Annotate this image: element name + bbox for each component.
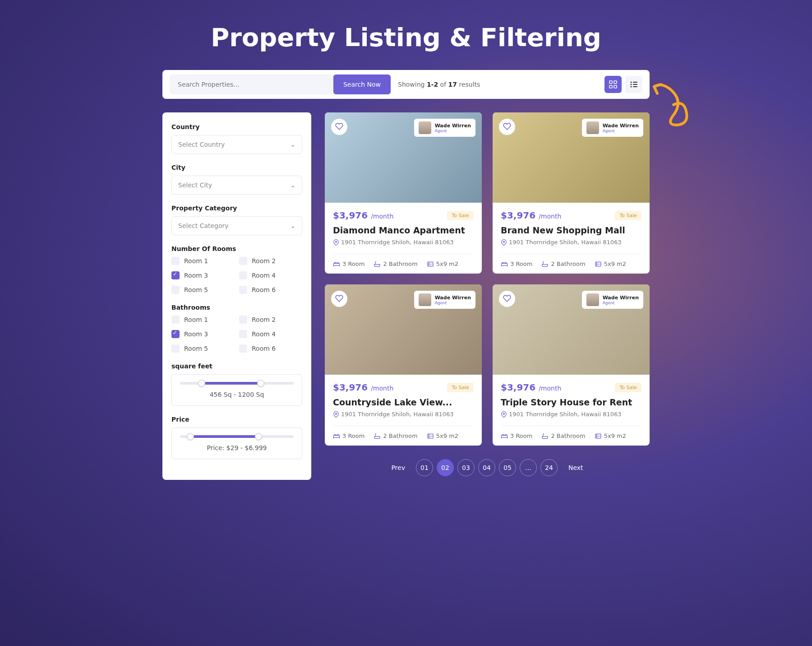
checkbox-label: Room 6 bbox=[252, 286, 276, 293]
agent-badge[interactable]: Wade WirrenAgent bbox=[582, 291, 643, 309]
svg-rect-20 bbox=[501, 435, 507, 437]
favorite-button[interactable] bbox=[331, 291, 347, 307]
page-04[interactable]: 04 bbox=[478, 459, 495, 476]
checkbox-room-1[interactable]: Room 1 bbox=[171, 257, 235, 265]
checkbox-room-2[interactable]: Room 2 bbox=[239, 316, 302, 324]
price-slider[interactable] bbox=[180, 435, 294, 438]
property-features: 3 Room2 Bathroom5x9 m2 bbox=[333, 254, 474, 267]
page-03[interactable]: 03 bbox=[457, 459, 475, 476]
category-select[interactable]: Select Category⌄ bbox=[171, 216, 302, 235]
agent-badge[interactable]: Wade WirrenAgent bbox=[414, 119, 475, 137]
city-select[interactable]: Select City⌄ bbox=[171, 176, 302, 195]
checkbox-room-4[interactable]: Room 4 bbox=[239, 330, 302, 338]
country-select[interactable]: Select Country⌄ bbox=[171, 135, 302, 154]
price-label: Price bbox=[171, 416, 302, 423]
avatar bbox=[419, 121, 431, 134]
checkbox-room-3[interactable]: Room 3 bbox=[171, 271, 235, 279]
avatar bbox=[419, 293, 431, 306]
checkbox-icon bbox=[239, 286, 247, 294]
list-icon bbox=[630, 80, 638, 88]
property-location: 1901 Thornridge Shiloh, Hawaii 81063 bbox=[333, 239, 474, 246]
checkbox-icon bbox=[171, 344, 180, 353]
results-count: Showing 1-2 of 17 results bbox=[398, 81, 480, 88]
svg-rect-7 bbox=[633, 84, 637, 85]
next-button[interactable]: Next bbox=[564, 464, 588, 471]
grid-view-button[interactable] bbox=[604, 76, 622, 93]
property-location: 1901 Thornridge Shiloh, Hawaii 81063 bbox=[333, 411, 474, 418]
checkbox-room-2[interactable]: Room 2 bbox=[239, 257, 302, 265]
checkbox-room-5[interactable]: Room 5 bbox=[171, 286, 235, 294]
bathrooms-label: Bathrooms bbox=[171, 304, 302, 311]
property-price: $3,976 /month bbox=[333, 382, 393, 393]
bed-icon bbox=[333, 433, 340, 439]
agent-name: Wade Wirren bbox=[603, 295, 639, 301]
chevron-down-icon: ⌄ bbox=[290, 181, 295, 189]
property-image: Wade WirrenAgent bbox=[325, 112, 482, 203]
bath-icon bbox=[374, 433, 381, 439]
favorite-button[interactable] bbox=[499, 119, 515, 135]
property-card[interactable]: Wade WirrenAgent$3,976 /monthTo SaleDiam… bbox=[325, 112, 482, 274]
agent-role: Agent bbox=[435, 129, 471, 133]
svg-point-19 bbox=[503, 413, 505, 415]
sqft-slider[interactable] bbox=[180, 382, 294, 385]
page-02[interactable]: 02 bbox=[437, 459, 454, 476]
agent-badge[interactable]: Wade WirrenAgent bbox=[582, 119, 643, 137]
checkbox-icon bbox=[239, 344, 247, 353]
checkbox-room-3[interactable]: Room 3 bbox=[171, 330, 235, 338]
pin-icon bbox=[333, 239, 339, 246]
page-01[interactable]: 01 bbox=[416, 459, 433, 476]
checkbox-label: Room 4 bbox=[252, 272, 276, 279]
checkbox-label: Room 1 bbox=[184, 316, 208, 323]
property-title: Brand New Shopping Mall bbox=[501, 225, 641, 235]
property-features: 3 Room2 Bathroom5x9 m2 bbox=[501, 426, 641, 439]
page-05[interactable]: 05 bbox=[499, 459, 516, 476]
property-card[interactable]: Wade WirrenAgent$3,976 /monthTo SaleBran… bbox=[493, 112, 650, 274]
favorite-button[interactable] bbox=[499, 291, 515, 307]
svg-point-10 bbox=[335, 241, 337, 243]
status-badge: To Sale bbox=[615, 211, 641, 220]
checkbox-icon bbox=[171, 286, 180, 294]
checkbox-label: Room 4 bbox=[252, 330, 276, 338]
svg-point-13 bbox=[503, 241, 505, 243]
chevron-down-icon: ⌄ bbox=[290, 141, 295, 148]
size-icon bbox=[427, 261, 434, 267]
property-price: $3,976 /month bbox=[501, 210, 561, 221]
property-title: Diamond Manco Apartment bbox=[333, 225, 474, 235]
property-image: Wade WirrenAgent bbox=[493, 284, 650, 375]
property-card[interactable]: Wade WirrenAgent$3,976 /monthTo SaleCoun… bbox=[325, 284, 482, 446]
prev-button[interactable]: Prev bbox=[387, 464, 410, 471]
agent-badge[interactable]: Wade WirrenAgent bbox=[414, 291, 475, 309]
checkbox-room-4[interactable]: Room 4 bbox=[239, 271, 302, 279]
avatar bbox=[586, 293, 599, 306]
heart-icon bbox=[503, 122, 511, 132]
list-view-button[interactable] bbox=[625, 76, 642, 93]
page-...[interactable]: ... bbox=[520, 459, 537, 476]
svg-rect-3 bbox=[614, 85, 617, 88]
pin-icon bbox=[501, 411, 507, 418]
checkbox-room-1[interactable]: Room 1 bbox=[171, 316, 235, 324]
search-input[interactable] bbox=[170, 74, 333, 94]
property-card[interactable]: Wade WirrenAgent$3,976 /monthTo SaleTrip… bbox=[493, 284, 650, 446]
search-button[interactable]: Search Now bbox=[333, 74, 391, 94]
checkbox-room-6[interactable]: Room 6 bbox=[239, 286, 302, 294]
checkbox-icon bbox=[239, 330, 247, 338]
sqft-range-text: 456 Sq - 1200 Sq bbox=[180, 391, 294, 398]
checkbox-icon bbox=[239, 257, 247, 265]
page-title: Property Listing & Filtering bbox=[211, 23, 601, 52]
svg-rect-14 bbox=[501, 263, 507, 265]
checkbox-icon bbox=[239, 316, 247, 324]
favorite-button[interactable] bbox=[331, 119, 347, 135]
page-24[interactable]: 24 bbox=[540, 459, 558, 476]
checkbox-label: Room 5 bbox=[184, 345, 208, 352]
svg-point-6 bbox=[631, 84, 632, 85]
bath-icon bbox=[374, 261, 381, 267]
checkbox-room-6[interactable]: Room 6 bbox=[239, 344, 302, 353]
pin-icon bbox=[333, 411, 339, 418]
svg-point-16 bbox=[335, 413, 337, 415]
rooms-label: Number Of Rooms bbox=[171, 245, 302, 252]
checkbox-icon bbox=[171, 257, 180, 265]
checkbox-room-5[interactable]: Room 5 bbox=[171, 344, 235, 353]
svg-point-4 bbox=[631, 82, 632, 83]
svg-rect-2 bbox=[609, 85, 612, 88]
svg-rect-1 bbox=[614, 81, 617, 84]
